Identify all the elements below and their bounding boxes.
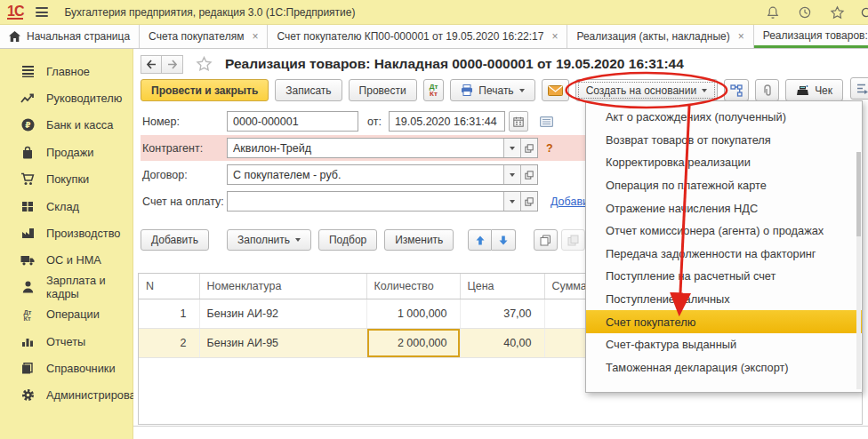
col-n[interactable]: N (139, 274, 199, 299)
sidebar-item-label: Отчеты (46, 335, 85, 348)
edit-button[interactable]: Изменить (384, 229, 454, 251)
dtkt-icon: ДтКт (20, 306, 36, 323)
cell-n[interactable]: 2 (139, 328, 199, 357)
cell-price[interactable]: 37,00 (460, 299, 544, 328)
move-down-button[interactable] (492, 229, 516, 251)
dropdown-button[interactable] (503, 165, 520, 184)
forward-button[interactable] (162, 55, 183, 74)
dtkt-postings-button[interactable]: ДтКт (423, 79, 445, 101)
tab-realization-list[interactable]: Реализация (акты, накладные) × (567, 25, 753, 48)
sidebar-item-reports[interactable]: Отчеты (0, 328, 133, 355)
report-structure-button[interactable] (850, 77, 868, 100)
back-button[interactable] (141, 55, 162, 74)
invoice-label: Счет на оплату: (141, 196, 227, 208)
cell-qty-selected[interactable]: 2 000,000 (366, 328, 460, 357)
menu-item-receipt-bank-account[interactable]: Поступление на расчетный счет (586, 265, 862, 288)
menu-item-invoice-issued[interactable]: Счет-фактура выданный (586, 333, 862, 356)
contract-input[interactable] (228, 165, 503, 184)
col-qty[interactable]: Количество (366, 274, 460, 299)
tab-invoice-kp00[interactable]: Счет покупателю КП00-000001 от 19.05.202… (268, 25, 567, 48)
sidebar-item-salary-hr[interactable]: Зарплата и кадры (0, 274, 133, 300)
date-list-button[interactable] (537, 113, 557, 131)
menu-item-factoring-transfer[interactable]: Передача задолженности на факторинг (586, 243, 862, 266)
calendar-button[interactable] (509, 111, 528, 132)
menu-item-invoice-to-buyer[interactable]: Счет покупателю (586, 310, 862, 333)
open-windows-tabbar: Начальная страница Счета покупателям × С… (0, 25, 868, 49)
close-icon[interactable]: × (252, 30, 258, 43)
col-price[interactable]: Цена (460, 274, 544, 299)
sidebar-item-bank-cash[interactable]: ₽ Банк и касса (0, 112, 133, 139)
menu-item-act-discrepancies[interactable]: Акт о расхождениях (полученный) (586, 106, 862, 129)
sidebar-item-purchases[interactable]: Покупки (0, 166, 133, 193)
menu-scrollbar[interactable] (856, 152, 861, 389)
menu-item-commissioner-report[interactable]: Отчет комиссионера (агента) о продажах (586, 220, 862, 243)
menu-item-return-goods[interactable]: Возврат товаров от покупателя (586, 129, 862, 152)
post-and-close-button[interactable]: Провести и закрыть (141, 79, 269, 101)
cell-item[interactable]: Бензин АИ-95 (199, 328, 366, 357)
move-up-button[interactable] (468, 229, 492, 251)
tab-realization-document[interactable]: Реализация товаров: Накладная 000 (754, 25, 868, 48)
sidebar-item-warehouse[interactable]: Склад (0, 193, 133, 220)
dropdown-button[interactable] (503, 192, 520, 211)
notifications-bell-icon[interactable] (766, 5, 780, 20)
home-icon (9, 31, 20, 42)
tab-home[interactable]: Начальная страница (0, 25, 140, 48)
invoice-field[interactable] (227, 191, 538, 212)
menu-item-vat-accrual[interactable]: Отражение начисления НДС (586, 196, 862, 220)
related-documents-button[interactable] (724, 79, 749, 101)
copy-button[interactable] (534, 229, 558, 251)
counterparty-field[interactable] (227, 138, 538, 158)
sidebar-item-administration[interactable]: Администрирование (0, 382, 133, 409)
cell-n[interactable]: 1 (139, 299, 199, 328)
create-based-on-button[interactable]: Создать на основании (575, 79, 719, 101)
number-input[interactable] (227, 111, 358, 132)
paste-button[interactable] (561, 229, 585, 251)
invoice-input[interactable] (228, 192, 503, 211)
sidebar-item-fixed-assets[interactable]: ОС и НМА (0, 247, 133, 274)
menu-item-card-payment[interactable]: Операция по платежной карте (586, 174, 862, 197)
col-item[interactable]: Номенклатура (199, 274, 366, 299)
print-button[interactable]: Печать (450, 79, 534, 101)
date-input[interactable] (389, 111, 505, 132)
fill-button[interactable]: Заполнить (227, 229, 311, 251)
open-field-button[interactable] (520, 139, 537, 157)
email-button[interactable] (542, 79, 569, 101)
sidebar-item-manager[interactable]: Руководителю (0, 84, 133, 111)
date-prefix-label: от: (367, 116, 382, 128)
add-row-button[interactable]: Добавить (141, 229, 209, 251)
document-toolbar: Провести и закрыть Записать Провести ДтК… (133, 76, 868, 103)
close-icon[interactable]: × (738, 30, 744, 43)
attachments-button[interactable] (755, 79, 779, 101)
menu-item-customs-declaration[interactable]: Таможенная декларация (экспорт) (586, 356, 862, 379)
sidebar-item-production[interactable]: Производство (0, 220, 133, 246)
close-icon[interactable]: × (551, 30, 558, 43)
star-outline-icon[interactable] (196, 56, 213, 72)
sidebar-item-label: Зарплата и кадры (46, 274, 133, 300)
open-field-button[interactable] (520, 192, 537, 211)
help-question-mark[interactable]: ? (546, 142, 553, 155)
cell-item[interactable]: Бензин АИ-92 (199, 299, 366, 328)
check-button[interactable]: Чек (785, 79, 843, 101)
menu-item-correction-realization[interactable]: Корректировка реализации (586, 151, 862, 174)
ruble-circle-icon: ₽ (20, 118, 36, 132)
save-button[interactable]: Записать (275, 79, 342, 101)
post-button[interactable]: Провести (349, 79, 417, 101)
contract-field[interactable] (227, 164, 538, 185)
sidebar-item-sales[interactable]: Продажи (0, 139, 133, 165)
sidebar-item-main[interactable]: Главное (0, 58, 133, 84)
open-field-button[interactable] (520, 165, 537, 184)
main-menu-burger-icon[interactable] (36, 7, 48, 17)
factory-icon (20, 227, 36, 239)
sidebar-item-operations[interactable]: ДтКт Операции (0, 301, 133, 328)
favorites-star-icon[interactable] (830, 5, 845, 20)
cell-qty[interactable]: 1 000,000 (366, 299, 460, 328)
pick-button[interactable]: Подбор (318, 229, 377, 251)
history-icon[interactable] (798, 5, 812, 20)
counterparty-input[interactable] (228, 139, 503, 157)
search-icon[interactable] (860, 6, 868, 20)
sidebar-item-directories[interactable]: Справочники (0, 355, 133, 381)
tab-invoices-to-buyers[interactable]: Счета покупателям × (140, 25, 268, 48)
cell-price[interactable]: 40,00 (460, 328, 544, 357)
menu-item-receipt-cash[interactable]: Поступление наличных (586, 288, 862, 311)
dropdown-button[interactable] (503, 139, 520, 157)
